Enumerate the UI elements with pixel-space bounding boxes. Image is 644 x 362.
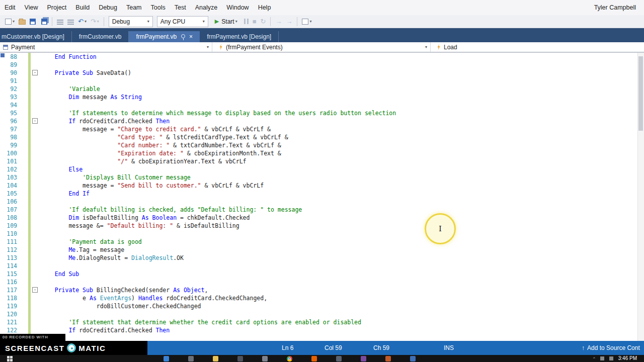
line-number[interactable]: 101 [0,157,20,165]
line-number[interactable]: 89 [0,61,20,69]
line-number[interactable]: 94 [0,101,20,109]
close-icon[interactable]: × [189,34,193,40]
line-number[interactable]: 91 [0,77,20,85]
pause-button[interactable] [243,16,250,27]
firefox-icon[interactable] [311,356,317,361]
code-line-111[interactable]: 111 'Payment data is good [0,238,644,246]
tray-app-icon[interactable] [600,356,604,360]
code-line-120[interactable]: 120 [0,310,644,318]
code-line-88[interactable]: 88 End Function [0,53,644,61]
line-number[interactable]: 110 [0,230,20,238]
more-tools-button[interactable]: ▾ [300,16,313,27]
menu-build[interactable]: Build [71,0,94,15]
line-number[interactable]: 112 [0,246,20,254]
line-number[interactable]: 100 [0,149,20,157]
line-number[interactable]: 115 [0,270,20,278]
redo-button[interactable]: ↷▾ [89,16,101,27]
undo-button[interactable]: ↶▾ [76,16,88,27]
code-line-118[interactable]: 118 e As EventArgs) Handles rdoCreditCar… [0,294,644,302]
add-to-source-control-button[interactable]: ↑Add to Source Cont [582,341,644,355]
save-all-button[interactable] [38,16,49,27]
tray-expand-icon[interactable]: ^ [593,356,595,360]
menu-window[interactable]: Window [222,0,253,15]
restart-button[interactable]: ↻ [259,16,268,27]
start-debugging-button[interactable]: ▶Start▾ [212,16,240,27]
tab-frmpayment-vb[interactable]: frmPayment.vb× [129,31,200,42]
code-line-97[interactable]: 97 message = "Charge to credit card." & … [0,125,644,133]
class-dropdown[interactable]: Payment ▾ [0,42,212,52]
code-line-93[interactable]: 93 Dim message As String [0,93,644,101]
code-line-116[interactable]: 116 [0,278,644,286]
edge-icon[interactable] [164,356,169,361]
line-number[interactable]: 121 [0,318,20,326]
menu-tools[interactable]: Tools [146,0,170,15]
menu-analyze[interactable]: Analyze [191,0,222,15]
code-editor[interactable]: 88 End Function8990- Private Sub SaveDat… [0,52,644,341]
comment-button[interactable] [55,16,65,27]
app-gray-icon[interactable] [188,356,194,361]
code-line-108[interactable]: 108 Dim isDefaultBilling As Boolean = ch… [0,214,644,222]
line-number[interactable]: 111 [0,238,20,246]
step-over-button[interactable]: → [284,16,294,27]
code-line-103[interactable]: 103 'Displays Bill Customer message [0,173,644,182]
code-line-106[interactable]: 106 [0,198,644,206]
code-line-102[interactable]: 102 Else [0,165,644,173]
step-into-button[interactable]: → [274,16,283,27]
code-line-122[interactable]: 122 If rdoCreditCard.Checked Then [0,326,644,334]
app-dark-icon[interactable] [237,356,243,361]
visual-studio-icon[interactable] [361,356,366,361]
line-number[interactable]: 96 [0,117,20,125]
solution-configuration-dropdown[interactable]: Debug▾ [109,16,153,27]
code-line-105[interactable]: 105 End If [0,190,644,198]
line-number[interactable]: 93 [0,93,20,101]
line-number[interactable]: 122 [0,326,20,334]
menu-test[interactable]: Test [170,0,191,15]
code-line-104[interactable]: 104 message = "Send bill to customer." &… [0,182,644,190]
clock[interactable]: 3:46 PM [618,355,637,361]
app-steel-icon[interactable] [262,356,268,361]
line-number[interactable]: 117 [0,286,20,294]
line-number[interactable]: 114 [0,262,20,270]
line-number[interactable]: 104 [0,182,20,190]
fold-toggle-icon[interactable]: - [32,70,38,75]
line-number[interactable]: 118 [0,294,20,302]
code-line-114[interactable]: 114 [0,262,644,270]
menu-team[interactable]: Team [122,0,146,15]
line-number[interactable]: 120 [0,310,20,318]
code-line-112[interactable]: 112 Me.Tag = message [0,246,644,254]
file-explorer-icon[interactable] [213,356,218,361]
line-number[interactable]: 98 [0,133,20,141]
code-line-98[interactable]: 98 "Card type: " & lstCreditCardType.Tex… [0,133,644,141]
line-number[interactable]: 108 [0,214,20,222]
line-number[interactable]: 92 [0,85,20,93]
code-line-119[interactable]: 119 rdoBillCustomer.CheckedChanged [0,302,644,310]
code-line-91[interactable]: 91 [0,77,644,85]
code-line-117[interactable]: 117- Private Sub BillingChecked(sender A… [0,286,644,294]
line-number[interactable]: 90 [0,69,20,77]
open-file-button[interactable] [17,16,27,27]
pin-icon[interactable] [181,34,185,38]
add-item-button[interactable]: ▾ [4,16,16,27]
code-line-89[interactable]: 89 [0,61,644,69]
line-number[interactable]: 106 [0,198,20,206]
line-number[interactable]: 99 [0,141,20,149]
line-number[interactable]: 113 [0,254,20,262]
fold-toggle-icon[interactable]: - [32,118,38,124]
splitter-handle-icon[interactable] [1,53,5,57]
line-number[interactable]: 107 [0,206,20,214]
line-number[interactable]: 102 [0,165,20,173]
tab-frmpayment-vb-design-[interactable]: frmPayment.vb [Design] [200,31,279,42]
event-dropdown[interactable]: Load [434,42,644,52]
menu-debug[interactable]: Debug [94,0,122,15]
scrollbar-thumb[interactable] [638,56,643,131]
app-blue-icon[interactable] [410,356,416,361]
line-number[interactable]: 103 [0,173,20,182]
stop-button[interactable]: ■ [251,16,258,27]
solution-platform-dropdown[interactable]: Any CPU▾ [157,16,208,27]
code-line-96[interactable]: 96- If rdoCreditCard.Checked Then [0,117,644,125]
chrome-icon[interactable] [287,356,292,361]
code-line-92[interactable]: 92 'Variable [0,85,644,93]
fold-toggle-icon[interactable]: - [32,287,38,293]
line-number[interactable]: 116 [0,278,20,286]
line-number[interactable]: 95 [0,109,20,117]
